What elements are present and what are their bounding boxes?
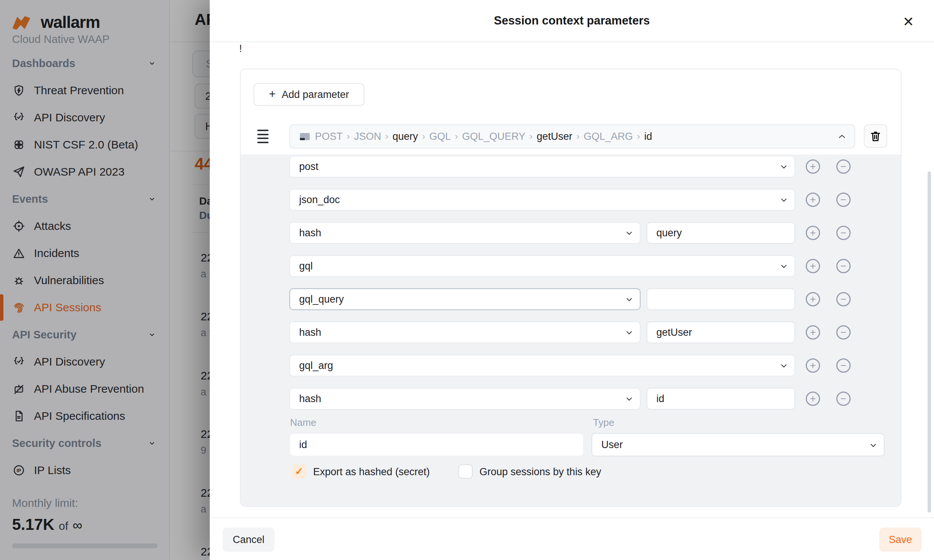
modal-footer: Cancel Save: [210, 517, 934, 560]
app: wallarm Cloud Native WAAP Dashboards Thr…: [0, 0, 934, 560]
delete-parameter-button[interactable]: [864, 125, 887, 148]
modal-title: Session context parameters: [494, 14, 650, 28]
name-input[interactable]: [299, 439, 583, 451]
trash-icon: [869, 130, 882, 142]
breadcrumb-separator: ›: [637, 131, 640, 142]
remove-row-button[interactable]: −: [836, 292, 851, 306]
path-part-value-input[interactable]: [656, 327, 794, 338]
add-row-button[interactable]: +: [806, 292, 820, 306]
path-part-select[interactable]: gql_query: [289, 288, 641, 310]
add-row-button[interactable]: +: [806, 226, 820, 240]
select-value: gql: [299, 260, 313, 272]
path-part-select[interactable]: hash: [289, 322, 641, 343]
path-part-select[interactable]: json_doc: [289, 189, 795, 211]
chevron-down-icon: [781, 265, 787, 268]
select-value: post: [299, 161, 318, 172]
chevron-down-icon: [870, 443, 876, 447]
add-row-button[interactable]: +: [806, 358, 820, 373]
check-icon: ✓: [295, 465, 304, 477]
remove-row-button[interactable]: −: [836, 358, 851, 373]
path-part-select[interactable]: post: [289, 155, 795, 177]
select-value: hash: [299, 327, 321, 338]
path-part-value-field[interactable]: [647, 222, 795, 244]
chevron-down-icon: [781, 165, 787, 169]
chevron-down-icon: [626, 298, 632, 302]
export-hashed-checkbox[interactable]: ✓: [292, 464, 306, 478]
breadcrumb-separator: ›: [347, 131, 350, 142]
breadcrumb-segment: GQL: [429, 131, 451, 142]
modal-body: ! + Add parameter POST › JSON › query: [210, 42, 934, 517]
remove-row-button[interactable]: −: [836, 259, 851, 273]
group-sessions-label: Group sessions by this key: [479, 466, 601, 478]
add-row-button[interactable]: +: [806, 325, 820, 340]
path-part-value-field[interactable]: [647, 288, 795, 310]
export-hashed-label: Export as hashed (secret): [313, 466, 430, 478]
request-part-icon: [300, 133, 310, 140]
add-parameter-button[interactable]: + Add parameter: [253, 83, 364, 106]
select-value: gql_arg: [299, 360, 333, 372]
select-value: json_doc: [299, 194, 340, 206]
breadcrumb-separator: ›: [530, 131, 533, 142]
path-part-select[interactable]: hash: [289, 388, 641, 410]
drag-handle-icon[interactable]: [257, 130, 269, 143]
parameters-card: + Add parameter POST › JSON › query › GQ…: [240, 69, 902, 507]
path-part-value-field[interactable]: [647, 388, 795, 410]
select-value: gql_query: [299, 294, 344, 305]
breadcrumb-segment: id: [644, 131, 652, 142]
remove-row-button[interactable]: −: [836, 159, 851, 174]
chevron-down-icon: [781, 364, 787, 368]
name-field[interactable]: [289, 433, 584, 456]
modal-header: Session context parameters ✕: [210, 0, 934, 42]
parameter-path-header[interactable]: POST › JSON › query › GQL › GQL_QUERY › …: [289, 125, 855, 148]
select-value: hash: [299, 227, 321, 239]
select-value: hash: [299, 393, 321, 405]
path-part-value-input[interactable]: [656, 227, 794, 239]
path-part-select[interactable]: gql_arg: [289, 355, 795, 377]
path-part-select[interactable]: hash: [289, 222, 641, 244]
modal-backdrop[interactable]: [0, 0, 210, 560]
breadcrumb-separator: ›: [576, 131, 579, 142]
chevron-down-icon: [626, 397, 632, 401]
remove-row-button[interactable]: −: [836, 226, 851, 240]
chevron-up-icon[interactable]: [838, 134, 845, 139]
remove-row-button[interactable]: −: [836, 392, 851, 406]
breadcrumb: POST › JSON › query › GQL › GQL_QUERY › …: [315, 131, 652, 142]
path-part-select[interactable]: gql: [289, 255, 795, 277]
add-row-button[interactable]: +: [806, 159, 820, 174]
breadcrumb-separator: ›: [386, 131, 389, 142]
type-label: Type: [593, 417, 614, 428]
breadcrumb-segment: getUser: [537, 131, 573, 142]
add-row-button[interactable]: +: [806, 192, 820, 207]
add-row-button[interactable]: +: [806, 392, 820, 406]
breadcrumb-segment: query: [393, 131, 418, 142]
cancel-button[interactable]: Cancel: [222, 528, 275, 552]
type-select[interactable]: User: [591, 433, 885, 456]
remove-row-button[interactable]: −: [836, 192, 851, 207]
add-row-button[interactable]: +: [806, 259, 820, 273]
group-sessions-checkbox[interactable]: [459, 464, 472, 478]
chevron-down-icon: [626, 231, 632, 235]
select-value: User: [601, 439, 623, 451]
clipped-text-fragment: !: [239, 43, 242, 55]
breadcrumb-segment: JSON: [354, 131, 381, 142]
breadcrumb-segment: GQL_QUERY: [462, 131, 525, 142]
path-part-value-input[interactable]: [656, 294, 794, 305]
session-context-parameters-modal: Session context parameters ✕ ! + Add par…: [210, 0, 934, 560]
breadcrumb-segment: GQL_ARG: [584, 131, 633, 142]
path-part-value-field[interactable]: [647, 322, 795, 343]
breadcrumb-segment: POST: [315, 131, 343, 142]
save-button[interactable]: Save: [879, 528, 922, 552]
scrollbar-thumb[interactable]: [928, 171, 931, 512]
chevron-down-icon: [781, 198, 787, 202]
chevron-down-icon: [626, 331, 632, 335]
breadcrumb-separator: ›: [455, 131, 458, 142]
name-label: Name: [290, 417, 316, 428]
close-icon[interactable]: ✕: [899, 13, 917, 31]
plus-icon: +: [269, 88, 276, 101]
path-part-value-input[interactable]: [656, 393, 794, 405]
remove-row-button[interactable]: −: [836, 325, 851, 340]
add-parameter-label: Add parameter: [282, 89, 349, 101]
breadcrumb-separator: ›: [422, 131, 425, 142]
